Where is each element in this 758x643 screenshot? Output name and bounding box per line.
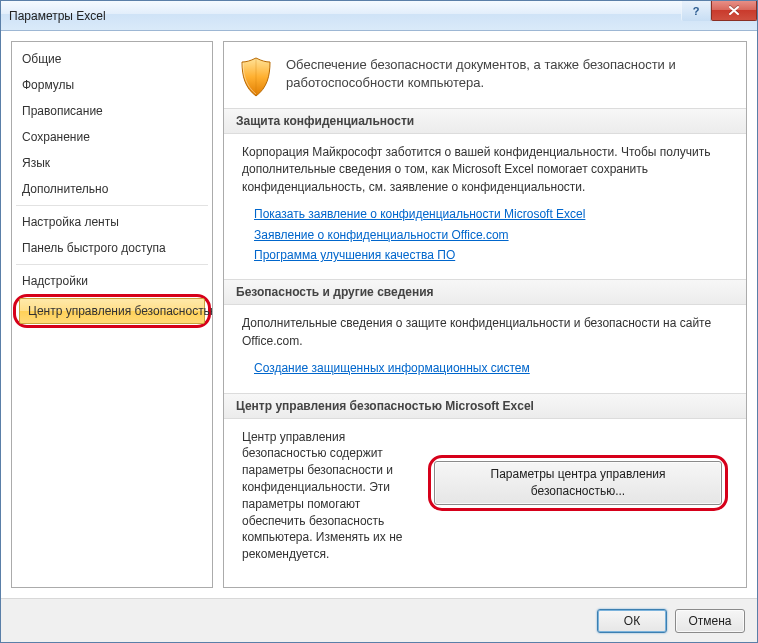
trust-row: Центр управления безопасностью содержит … bbox=[242, 429, 728, 563]
section-body-security: Дополнительные сведения о защите конфиде… bbox=[224, 305, 746, 392]
help-icon: ? bbox=[693, 5, 700, 17]
titlebar-controls: ? bbox=[681, 1, 757, 21]
close-icon bbox=[728, 5, 740, 16]
section-header-security: Безопасность и другие сведения bbox=[224, 279, 746, 305]
security-links: Создание защищенных информационных систе… bbox=[242, 360, 728, 377]
titlebar: Параметры Excel ? bbox=[1, 1, 757, 31]
trust-center-settings-button[interactable]: Параметры центра управления безопасность… bbox=[434, 461, 722, 506]
section-header-privacy: Защита конфиденциальности bbox=[224, 108, 746, 134]
link-privacy-statement-office[interactable]: Заявление о конфиденциальности Office.co… bbox=[254, 227, 509, 244]
nav-addins[interactable]: Надстройки bbox=[12, 268, 212, 294]
nav-quick-access[interactable]: Панель быстрого доступа bbox=[12, 235, 212, 261]
section-body-privacy: Корпорация Майкрософт заботится о вашей … bbox=[224, 134, 746, 279]
trust-center-text: Центр управления безопасностью содержит … bbox=[242, 429, 412, 563]
trust-button-wrap: Параметры центра управления безопасность… bbox=[428, 429, 728, 512]
nav-proofing[interactable]: Правописание bbox=[12, 98, 212, 124]
annotation-highlight-nav: Центр управления безопасностью bbox=[13, 294, 211, 328]
privacy-links: Показать заявление о конфиденциальности … bbox=[242, 206, 728, 264]
privacy-text: Корпорация Майкрософт заботится о вашей … bbox=[242, 144, 728, 196]
dialog-body: Общие Формулы Правописание Сохранение Яз… bbox=[1, 31, 757, 598]
section-header-trust-center: Центр управления безопасностью Microsoft… bbox=[224, 393, 746, 419]
main-panel: Обеспечение безопасности документов, а т… bbox=[223, 41, 747, 588]
nav-language[interactable]: Язык bbox=[12, 150, 212, 176]
dialog-footer: ОК Отмена bbox=[1, 598, 757, 642]
link-privacy-statement-excel[interactable]: Показать заявление о конфиденциальности … bbox=[254, 206, 585, 223]
nav-divider bbox=[16, 205, 208, 206]
hero-row: Обеспечение безопасности документов, а т… bbox=[224, 42, 746, 108]
nav-general[interactable]: Общие bbox=[12, 46, 212, 72]
category-sidebar: Общие Формулы Правописание Сохранение Яз… bbox=[11, 41, 213, 588]
ok-button[interactable]: ОК bbox=[597, 609, 667, 633]
nav-advanced[interactable]: Дополнительно bbox=[12, 176, 212, 202]
window-title: Параметры Excel bbox=[9, 9, 106, 23]
nav-customize-ribbon[interactable]: Настройка ленты bbox=[12, 209, 212, 235]
cancel-button[interactable]: Отмена bbox=[675, 609, 745, 633]
nav-trust-center[interactable]: Центр управления безопасностью bbox=[19, 298, 205, 324]
close-button[interactable] bbox=[711, 1, 757, 21]
section-body-trust-center: Центр управления безопасностью содержит … bbox=[224, 419, 746, 575]
hero-text: Обеспечение безопасности документов, а т… bbox=[286, 56, 732, 91]
help-button[interactable]: ? bbox=[681, 1, 711, 21]
security-text: Дополнительные сведения о защите конфиде… bbox=[242, 315, 728, 350]
link-ceip[interactable]: Программа улучшения качества ПО bbox=[254, 247, 455, 264]
nav-divider bbox=[16, 264, 208, 265]
dialog-window: Параметры Excel ? Общие Формулы Правопис… bbox=[0, 0, 758, 643]
link-trustworthy-computing[interactable]: Создание защищенных информационных систе… bbox=[254, 360, 530, 377]
nav-save[interactable]: Сохранение bbox=[12, 124, 212, 150]
shield-icon bbox=[238, 56, 274, 98]
annotation-highlight-button: Параметры центра управления безопасность… bbox=[428, 455, 728, 512]
nav-formulas[interactable]: Формулы bbox=[12, 72, 212, 98]
